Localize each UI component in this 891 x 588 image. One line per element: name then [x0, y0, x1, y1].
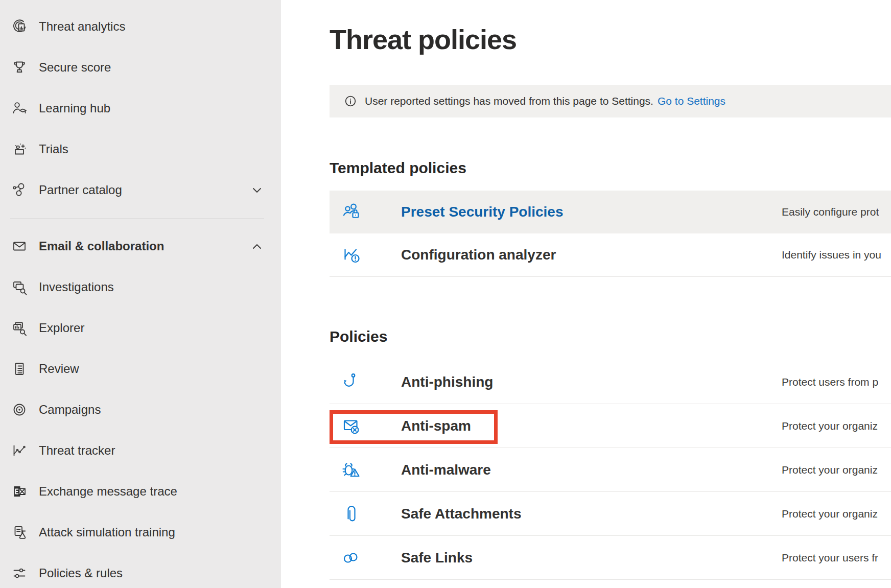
- document-list-icon: [10, 360, 29, 378]
- sidebar-item-label: Explorer: [39, 321, 84, 335]
- document-flask-icon: [10, 523, 29, 542]
- sidebar-item-threat-analytics[interactable]: Threat analytics: [0, 6, 281, 47]
- section-divider: [330, 276, 891, 277]
- people-lock-icon: [340, 201, 363, 223]
- chart-pages-magnifier-icon: [10, 319, 29, 337]
- sidebar-item-label: Partner catalog: [39, 183, 122, 197]
- sidebar-item-label: Campaigns: [39, 403, 101, 417]
- threat-analytics-icon: [10, 17, 29, 36]
- row-description: Protect your organiz: [782, 464, 891, 476]
- chevron-up-icon[interactable]: [251, 241, 263, 252]
- row-description: Protect users from p: [782, 376, 891, 388]
- row-label[interactable]: Configuration analyzer: [401, 247, 556, 263]
- row-description: Easily configure prot: [782, 206, 891, 218]
- chart-alert-icon: [340, 244, 363, 266]
- sidebar-item-label: Email & collaboration: [39, 239, 164, 253]
- go-to-settings-link[interactable]: Go to Settings: [658, 95, 725, 107]
- row-description: Protect your organiz: [782, 508, 891, 520]
- sidebar-item-label: Secure score: [39, 60, 111, 75]
- templated-policies-list: Preset Security Policies Easily configur…: [330, 191, 891, 277]
- pages-magnifier-icon: [10, 278, 29, 296]
- threat-policies-page: Threat analytics Secure score: [0, 0, 891, 588]
- row-description: Protect your organiz: [782, 420, 891, 432]
- info-banner: User reported settings has moved from th…: [330, 85, 891, 117]
- sidebar-item-trials[interactable]: Trials: [0, 129, 281, 170]
- sidebar-item-label: Trials: [39, 142, 68, 156]
- row-safe-attachments[interactable]: Safe Attachments Protect your organiz: [330, 492, 891, 536]
- row-safe-links[interactable]: Safe Links Protect your users fr: [330, 536, 891, 580]
- row-configuration-analyzer[interactable]: Configuration analyzer Identify issues i…: [330, 233, 891, 276]
- sidebar-item-exchange-message-trace[interactable]: Exchange message trace: [0, 471, 281, 512]
- policies-list: Anti-phishing Protect users from p Anti-…: [330, 360, 891, 580]
- sidebar-item-label: Investigations: [39, 280, 114, 294]
- chain-links-icon: [340, 547, 363, 569]
- row-label[interactable]: Safe Links: [401, 550, 473, 566]
- row-anti-malware[interactable]: Anti-malware Protect your organiz: [330, 448, 891, 492]
- person-graduation-icon: [10, 99, 29, 117]
- sidebar-item-label: Attack simulation training: [39, 525, 175, 539]
- sidebar-item-label: Learning hub: [39, 101, 110, 115]
- policies-heading: Policies: [330, 329, 891, 344]
- banner-message: User reported settings has moved from th…: [365, 95, 653, 107]
- sidebar-item-secure-score[interactable]: Secure score: [0, 47, 281, 88]
- chevron-down-icon[interactable]: [251, 184, 263, 196]
- sidebar-divider: [10, 219, 264, 219]
- trophy-icon: [10, 58, 29, 77]
- exchange-icon: [10, 482, 29, 501]
- sidebar-item-label: Threat analytics: [39, 19, 125, 34]
- sidebar-item-investigations[interactable]: Investigations: [0, 267, 281, 308]
- box-sparkles-icon: [10, 140, 29, 158]
- sidebar-item-label: Threat tracker: [39, 443, 115, 458]
- row-description: Identify issues in you: [782, 249, 891, 261]
- sidebar-nav: Threat analytics Secure score: [0, 0, 281, 588]
- sliders-icon: [10, 564, 29, 582]
- molecule-icon: [10, 181, 29, 199]
- sidebar-item-campaigns[interactable]: Campaigns: [0, 389, 281, 430]
- bug-warning-icon: [340, 459, 363, 481]
- row-label[interactable]: Anti-phishing: [401, 374, 493, 390]
- sidebar-item-label: Exchange message trace: [39, 484, 177, 499]
- templated-policies-heading: Templated policies: [330, 160, 891, 176]
- sidebar-item-email-collaboration[interactable]: Email & collaboration: [0, 226, 281, 267]
- info-circle-icon: [345, 96, 356, 107]
- sidebar-item-attack-simulation-training[interactable]: Attack simulation training: [0, 512, 281, 553]
- row-preset-security-policies[interactable]: Preset Security Policies Easily configur…: [330, 191, 891, 233]
- envelope-blocked-icon: [340, 415, 363, 437]
- row-label[interactable]: Safe Attachments: [401, 506, 521, 522]
- sidebar-item-label: Policies & rules: [39, 566, 123, 580]
- main-content: Threat policies User reported settings h…: [281, 0, 891, 588]
- row-description: Protect your users fr: [782, 552, 891, 564]
- fish-hook-icon: [340, 371, 363, 393]
- bullseye-icon: [10, 401, 29, 419]
- sidebar-item-review[interactable]: Review: [0, 348, 281, 389]
- sidebar-item-label: Review: [39, 362, 79, 376]
- page-title: Threat policies: [330, 23, 891, 55]
- envelope-icon: [10, 237, 29, 255]
- row-label[interactable]: Anti-malware: [401, 462, 491, 478]
- row-label[interactable]: Preset Security Policies: [401, 204, 564, 220]
- row-anti-spam[interactable]: Anti-spam Protect your organiz: [330, 404, 891, 448]
- sidebar-item-threat-tracker[interactable]: Threat tracker: [0, 430, 281, 471]
- sidebar-item-policies-rules[interactable]: Policies & rules: [0, 553, 281, 588]
- line-chart-icon: [10, 441, 29, 460]
- sidebar-item-explorer[interactable]: Explorer: [0, 308, 281, 348]
- sidebar-item-partner-catalog[interactable]: Partner catalog: [0, 170, 281, 210]
- paperclip-icon: [340, 503, 363, 525]
- row-label[interactable]: Anti-spam: [401, 418, 471, 434]
- row-anti-phishing[interactable]: Anti-phishing Protect users from p: [330, 360, 891, 404]
- sidebar-item-learning-hub[interactable]: Learning hub: [0, 88, 281, 129]
